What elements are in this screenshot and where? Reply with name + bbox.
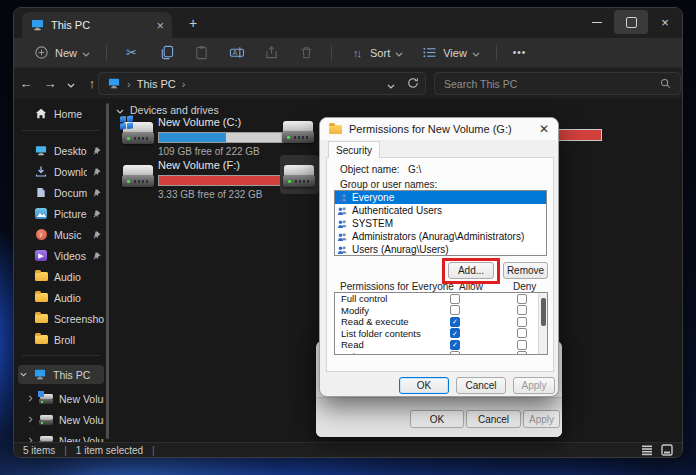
folder-icon [34, 291, 48, 304]
sidebar-item-this-pc[interactable]: This PC [18, 365, 104, 384]
sidebar-item-new-volume[interactable]: New Volume ( [18, 410, 104, 429]
copy-button[interactable] [151, 40, 182, 65]
users-icon [337, 232, 348, 242]
allow-checkbox[interactable] [450, 294, 460, 304]
sidebar-item-desktop[interactable]: Desktop [18, 141, 104, 160]
deny-checkbox[interactable] [517, 294, 527, 304]
group-row-administrators[interactable]: Administrators (Anurag\Administrators) [335, 230, 546, 243]
allow-checkbox[interactable] [450, 305, 460, 315]
tab-this-pc[interactable]: This PC × [22, 12, 172, 38]
status-bar: 5 items | 1 item selected | [14, 442, 682, 457]
hard-drive-icon [283, 162, 315, 188]
view-button[interactable]: View [414, 40, 487, 65]
videos-icon: ▶ [34, 249, 48, 262]
chevron-down-icon[interactable] [20, 372, 27, 377]
sidebar-item-pictures[interactable]: Pictures [18, 204, 104, 223]
rename-icon: A [228, 44, 245, 61]
back-button[interactable]: ← [14, 76, 38, 91]
object-name-label: Object name: [340, 164, 399, 175]
details-view-icon[interactable] [641, 444, 653, 456]
permission-row: Full control [335, 293, 547, 305]
permissions-list[interactable]: Full control Modify Read & execute ✓ Lis… [334, 292, 548, 355]
delete-button[interactable] [291, 40, 322, 65]
drive-name: New Volume (F:) [158, 159, 292, 171]
group-row-users[interactable]: Users (Anurag\Users) [335, 243, 546, 256]
deny-checkbox[interactable] [517, 305, 527, 315]
users-icon [337, 193, 348, 203]
chevron-right-icon[interactable] [28, 416, 33, 423]
sidebar-item-broll[interactable]: Broll [18, 330, 104, 349]
allow-checkbox[interactable] [450, 351, 460, 355]
sort-icon: ↑↓ [348, 44, 365, 61]
sidebar-item-home[interactable]: Home [18, 104, 104, 123]
properties-cancel-button[interactable]: Cancel [466, 410, 521, 428]
sidebar-item-audio[interactable]: Audio [18, 288, 104, 307]
tab-close-icon[interactable]: × [156, 19, 164, 32]
maximize-button[interactable] [614, 10, 648, 34]
computer-icon [107, 77, 121, 90]
selected-drive-highlight[interactable] [280, 155, 319, 194]
folder-icon [34, 333, 48, 346]
capacity-bar [158, 175, 292, 186]
sidebar-item-videos[interactable]: ▶ Videos [18, 246, 104, 265]
sidebar-item-screenshots[interactable]: Screenshots [18, 309, 104, 328]
hidden-drive-icon[interactable] [282, 118, 314, 144]
rename-button[interactable]: A [221, 40, 252, 65]
forward-button[interactable]: → [38, 76, 62, 91]
cancel-button[interactable]: Cancel [456, 377, 506, 394]
recent-locations-chevron[interactable] [62, 76, 80, 91]
share-button[interactable] [256, 40, 287, 65]
hard-drive-icon [122, 119, 154, 145]
apply-button[interactable]: Apply [513, 377, 555, 394]
deny-checkbox[interactable] [517, 340, 527, 350]
group-row-system[interactable]: SYSTEM [335, 217, 546, 230]
breadcrumb[interactable]: › This PC › [98, 72, 426, 95]
group-row-authenticated-users[interactable]: Authenticated Users [335, 204, 546, 217]
paste-button[interactable] [186, 40, 217, 65]
sidebar-item-music[interactable]: ♪ Music [18, 225, 104, 244]
allow-checkbox[interactable]: ✓ [450, 340, 460, 350]
cut-icon: ✂ [123, 44, 140, 61]
copy-icon [158, 44, 175, 61]
allow-checkbox[interactable]: ✓ [450, 317, 460, 327]
add-button-annotation [442, 258, 500, 284]
minimize-button[interactable] [580, 8, 614, 36]
pin-icon [93, 252, 101, 260]
refresh-icon[interactable] [407, 75, 419, 93]
large-icons-view-icon[interactable] [661, 444, 673, 456]
deny-checkbox[interactable] [517, 317, 527, 327]
devices-and-drives-header[interactable]: Devices and drives [116, 104, 219, 116]
new-button[interactable]: New [26, 40, 97, 65]
sidebar-item-new-volume[interactable]: New Volume ( [18, 389, 104, 408]
breadcrumb-this-pc[interactable]: This PC [137, 78, 176, 90]
sidebar-item-documents[interactable]: Documents [18, 183, 104, 202]
permissions-scrollbar[interactable] [538, 293, 547, 354]
pin-icon [93, 231, 101, 239]
cut-button[interactable]: ✂ [116, 40, 147, 65]
sidebar-item-downloads[interactable]: Downloads [18, 162, 104, 181]
dialog-close-icon[interactable]: ✕ [539, 122, 549, 136]
deny-checkbox[interactable] [517, 351, 527, 355]
sidebar-item-audio[interactable]: Audio [18, 267, 104, 286]
address-dropdown-chevron[interactable] [387, 75, 395, 93]
more-options-button[interactable]: ••• [506, 43, 534, 62]
sort-button[interactable]: ↑↓ Sort [341, 40, 410, 65]
ok-button[interactable]: OK [399, 377, 449, 394]
tab-security[interactable]: Security [328, 141, 380, 158]
group-row-everyone[interactable]: Everyone [335, 191, 546, 204]
deny-checkbox[interactable] [517, 328, 527, 338]
allow-checkbox[interactable]: ✓ [450, 328, 460, 338]
pin-icon [93, 168, 101, 176]
chevron-right-icon[interactable] [28, 395, 33, 402]
sidebar-scrollbar[interactable] [106, 103, 109, 439]
search-input[interactable]: Search This PC [434, 72, 681, 95]
properties-apply-button[interactable]: Apply [523, 410, 560, 428]
drive-icon [39, 413, 53, 426]
remove-button[interactable]: Remove [503, 262, 548, 279]
window-close-button[interactable]: × [648, 8, 682, 36]
permissions-for-label: Permissions for Everyone [340, 281, 454, 292]
new-tab-button[interactable]: + [184, 14, 202, 32]
group-user-list[interactable]: Everyone Authenticated Users SYSTEM Admi… [334, 190, 547, 256]
properties-ok-button[interactable]: OK [410, 410, 464, 428]
home-icon [34, 107, 48, 120]
